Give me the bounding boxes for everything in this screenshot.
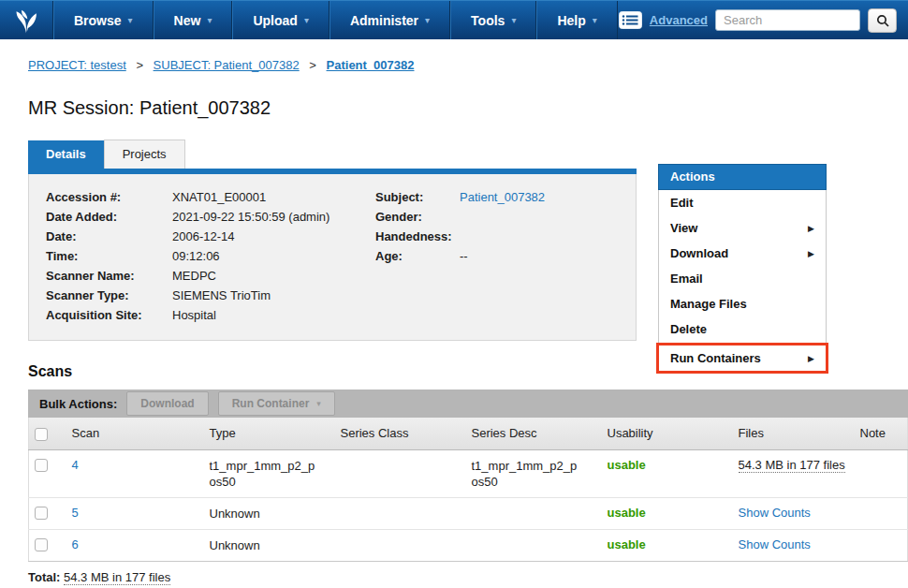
field-label: Gender: [375,207,460,227]
field-label: Handedness: [375,227,460,246]
breadcrumb-project-link[interactable]: PROJECT: testest [28,58,126,72]
column-header-usability: Usability [602,418,733,449]
nav-menu-administer[interactable]: Administer ▾ [330,1,450,39]
action-download[interactable]: Download ▶ [659,241,826,266]
row-checkbox[interactable] [35,459,48,472]
scan-row: 4 t1_mpr_1mm_p2_pos50 t1_mpr_1mm_p2_pos5… [29,449,908,497]
action-label: View [670,221,697,235]
bulk-download-button[interactable]: Download [126,391,208,416]
row-checkbox[interactable] [35,507,48,520]
details-left-column: Accession #:XNAT01_E00001 Date Added:202… [46,187,375,325]
bulk-run-container-button[interactable]: Run Container ▾ [218,391,335,416]
show-counts-link[interactable]: Show Counts [739,506,811,520]
field-label: Scanner Type: [46,286,172,305]
advanced-search-link[interactable]: Advanced [650,13,708,27]
scan-type: t1_mpr_1mm_p2_pos50 [210,458,320,490]
breadcrumb-separator: > [136,58,143,72]
search-input[interactable] [715,9,860,31]
row-checkbox[interactable] [35,538,48,551]
nav-search-area: Advanced [619,1,908,39]
nav-menu-label: Browse [74,13,122,28]
series-class [335,529,466,561]
column-header-note: Note [855,418,908,449]
scan-row: 5 Unknown usable Show Counts [29,497,908,529]
tab-projects[interactable]: Projects [104,140,185,169]
subject-link[interactable]: Patient_007382 [460,187,545,207]
select-all-checkbox[interactable] [35,428,48,441]
submenu-arrow-icon: ▶ [808,224,814,233]
usability-status: usable [608,537,646,551]
nav-menu-help[interactable]: Help ▾ [536,1,617,39]
nav-menu-browse[interactable]: Browse ▾ [53,1,154,39]
xnat-logo[interactable] [0,1,53,39]
search-button[interactable] [868,8,897,33]
column-header-scan: Scan [66,418,204,449]
field-label: Subject: [375,187,460,207]
scanner-name-value: MEDPC [172,266,216,286]
scan-type: Unknown [210,506,320,522]
action-email[interactable]: Email [659,266,826,291]
breadcrumb-separator: > [309,58,316,72]
chevron-down-icon: ▾ [425,16,430,25]
nav-menu-label: Help [557,13,585,28]
bulk-actions-label: Bulk Actions: [39,397,117,411]
nav-menu-label: Tools [471,13,505,28]
nav-menu-upload[interactable]: Upload ▾ [232,1,329,39]
acquisition-site-value: Hospital [172,305,216,325]
age-value: -- [460,246,468,266]
total-label: Total: [28,570,60,584]
scans-table-container: Bulk Actions: Download Run Container ▾ S… [28,390,908,562]
date-value: 2006-12-14 [172,227,235,246]
field-label: Date: [46,227,172,246]
column-header-series-desc: Series Desc [466,418,602,449]
usability-status: usable [608,458,646,472]
column-header-files: Files [733,418,855,449]
scan-link[interactable]: 6 [72,537,79,551]
scanner-type-value: SIEMENS TrioTim [172,286,271,305]
action-delete[interactable]: Delete [659,316,826,342]
tab-details[interactable]: Details [28,140,104,169]
details-right-column: Subject:Patient_007382 Gender: Handednes… [375,187,545,325]
column-header-series-class: Series Class [335,418,466,449]
breadcrumb-session-link[interactable]: Patient_007382 [327,58,415,72]
action-label: Delete [670,322,707,336]
scans-table: Scan Type Series Class Series Desc Usabi… [28,418,908,562]
submenu-arrow-icon: ▶ [808,354,814,363]
xnat-logo-icon [12,6,40,36]
file-size-text[interactable]: 54.3 MB in 177 files [739,458,845,473]
field-label: Date Added: [46,207,172,227]
series-desc [466,529,602,561]
advanced-search-icon[interactable] [619,11,642,29]
accession-value: XNAT01_E00001 [172,187,266,207]
note-cell [855,497,908,529]
chevron-down-icon: ▾ [207,16,212,25]
nav-menu-new[interactable]: New ▾ [154,1,233,39]
page-title: MR Session: Patient_007382 [28,97,908,119]
action-label: Manage Files [670,297,747,311]
field-label: Accession #: [46,187,172,207]
action-run-containers[interactable]: Run Containers ▶ [659,345,826,371]
action-view[interactable]: View ▶ [659,215,826,241]
scan-type: Unknown [210,537,320,553]
scan-link[interactable]: 5 [72,506,79,520]
actions-menu: Actions Edit View ▶ Download ▶ Email Man… [658,164,827,374]
action-manage-files[interactable]: Manage Files [659,291,826,316]
chevron-down-icon: ▾ [593,16,597,25]
note-cell [855,529,908,561]
action-label: Edit [670,196,694,210]
scan-link[interactable]: 4 [72,458,79,472]
chevron-down-icon: ▾ [304,16,309,25]
nav-menu-label: Upload [253,13,297,28]
action-edit[interactable]: Edit [659,190,826,215]
field-label: Age: [375,246,460,266]
top-navbar: Browse ▾ New ▾ Upload ▾ Administer ▾ Too… [0,0,908,39]
series-desc: t1_mpr_1mm_p2_pos50 [472,458,582,490]
actions-menu-header: Actions [658,164,827,190]
action-label: Download [670,246,728,260]
usability-status: usable [608,506,646,520]
column-header-type: Type [204,418,335,449]
breadcrumb-subject-link[interactable]: SUBJECT: Patient_007382 [154,58,300,72]
scans-total: Total: 54.3 MB in 177 files [28,570,908,584]
nav-menu-tools[interactable]: Tools ▾ [450,1,536,39]
show-counts-link[interactable]: Show Counts [739,537,811,551]
